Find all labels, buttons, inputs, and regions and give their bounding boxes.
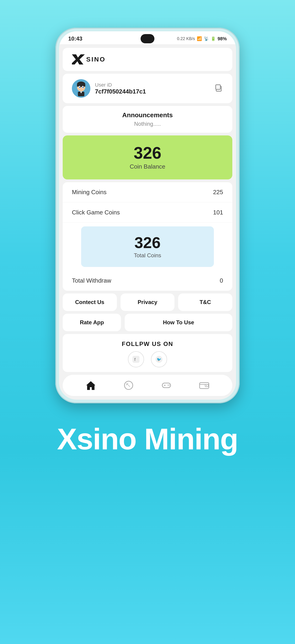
total-coins-label: Total Coins [89,252,206,259]
avatar-illustration [72,79,90,98]
announcements-card: Announcements Nothing..... [63,106,232,133]
user-id-value: 7cf7f050244b17c1 [95,88,146,95]
brand-section: Xsino Mining [57,422,238,456]
nav-home[interactable] [85,379,97,391]
facebook-icon: f [133,356,139,363]
tandc-button[interactable]: T&C [178,294,232,311]
wifi-icon: 📶 [197,36,202,41]
wallet-icon [198,379,210,391]
action-buttons-row1: Contect Us Privacy T&C [63,294,232,311]
mining-coins-value: 225 [213,189,223,196]
avatar [72,79,90,98]
svg-rect-14 [216,85,220,89]
user-card: User iD 7cf7f050244b17c1 [63,74,232,103]
app-header: SINO [63,48,232,71]
twitter-icon: 🐦 [156,356,162,363]
nav-game[interactable] [160,379,172,391]
status-notch [141,34,154,43]
logo-text: SINO [86,56,106,63]
copy-icon [214,83,223,92]
action-buttons-row2: Rate App How To Use [63,314,232,331]
total-withdraw-row: Total Withdraw 0 [63,271,232,291]
svg-point-7 [79,87,80,88]
app-content: SINO [59,48,236,396]
signal-icon: 📡 [204,36,209,41]
svg-point-28 [206,385,207,386]
battery-icon: 🔋 [211,36,216,41]
brand-title: Xsino Mining [57,422,238,456]
privacy-button[interactable]: Privacy [121,294,175,311]
social-icon-2[interactable]: 🐦 [151,351,167,367]
home-icon [85,379,97,391]
copy-button[interactable] [214,83,223,94]
logo-container: SINO [72,54,106,64]
status-icons: 0.22 KB/s 📶 📡 🔋 98% [177,36,227,42]
status-time: 10:43 [68,36,82,42]
nav-wallet[interactable] [198,379,210,391]
announcements-title: Announcements [72,112,223,119]
gamepad-icon [160,379,172,391]
svg-rect-15 [133,356,139,363]
phone-inner: 10:43 0.22 KB/s 📶 📡 🔋 98% SINO [59,31,236,400]
total-coins-number: 326 [89,235,206,250]
contact-us-button[interactable]: Contect Us [63,294,117,311]
total-withdraw-label: Total Withdraw [72,277,111,284]
mining-coins-label: Mining Coins [72,189,107,196]
user-info: User iD 7cf7f050244b17c1 [72,79,146,98]
svg-point-24 [168,385,168,386]
social-icon-1[interactable]: f [128,351,144,367]
mining-coins-row: Mining Coins 225 [63,182,232,202]
follow-title: FOLLPW US ON [72,340,223,348]
svg-point-10 [83,87,83,87]
stats-card: Mining Coins 225 Click Game Coins 101 32… [63,182,232,291]
coin-balance-card: 326 Coin Balance [63,136,232,180]
svg-point-9 [80,87,80,87]
svg-marker-0 [72,54,85,64]
total-withdraw-value: 0 [220,277,223,284]
total-coins-card: 326 Total Coins [81,226,214,267]
follow-icons-row: f 🐦 [72,351,223,367]
svg-text:⛏: ⛏ [126,382,130,388]
svg-rect-4 [77,84,85,86]
network-speed: 0.22 KB/s [177,36,195,41]
svg-text:🐦: 🐦 [157,357,161,362]
mining-icon: ⛏ [123,379,135,391]
battery-percent: 98% [218,36,227,42]
user-details: User iD 7cf7f050244b17c1 [95,82,146,95]
coin-balance-number: 326 [72,145,223,161]
svg-point-8 [83,87,84,88]
click-game-value: 101 [213,209,223,216]
how-to-use-button[interactable]: How To Use [125,314,232,331]
bottom-nav: ⛏ [63,375,232,396]
status-bar: 10:43 0.22 KB/s 📶 📡 🔋 98% [59,31,236,44]
follow-section: FOLLPW US ON f 🐦 [63,334,232,372]
announcements-message: Nothing..... [72,121,223,127]
click-game-row: Click Game Coins 101 [63,202,232,223]
svg-point-25 [169,385,170,386]
nav-mining[interactable]: ⛏ [123,379,135,391]
click-game-label: Click Game Coins [72,209,120,216]
phone-wrapper: 10:43 0.22 KB/s 📶 📡 🔋 98% SINO [55,28,240,403]
user-id-label: User iD [95,82,146,88]
logo-svg [72,54,85,64]
coin-balance-label: Coin Balance [72,163,223,170]
rate-app-button[interactable]: Rate App [63,314,121,331]
svg-rect-26 [200,382,209,388]
